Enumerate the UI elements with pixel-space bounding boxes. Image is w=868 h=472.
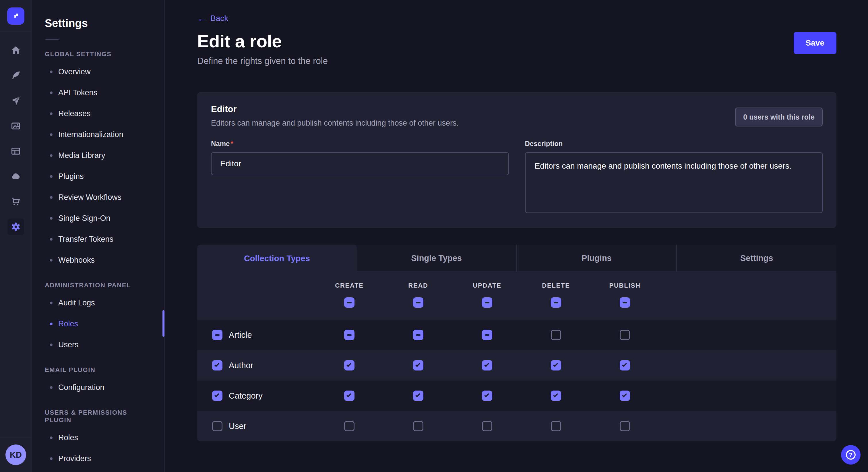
user-create-checkbox[interactable] [344,421,354,431]
workspace-logo[interactable] [7,7,24,25]
sidebar-item-roles[interactable]: Roles [45,427,156,448]
sidebar-item-providers[interactable]: Providers [45,448,156,469]
sidebar-item-audit-logs[interactable]: Audit Logs [45,293,156,313]
sidebar-item-media-library[interactable]: Media Library [45,145,156,166]
table-row-author: Author [197,350,836,380]
user-delete-checkbox[interactable] [551,421,561,431]
sidebar-item-single-sign-on[interactable]: Single Sign-On [45,208,156,229]
check-icon [415,362,420,367]
article-read-checkbox[interactable] [413,330,423,340]
select-row-category-checkbox[interactable] [212,391,222,401]
check-icon [346,393,351,398]
title-divider [45,39,59,40]
user-read-checkbox[interactable] [413,421,423,431]
app-icon-nav [7,32,24,438]
avatar[interactable]: KD [5,444,26,465]
author-delete-checkbox[interactable] [551,360,561,370]
user-update-checkbox[interactable] [482,421,492,431]
sidebar-item-plugins[interactable]: Plugins [45,166,156,187]
role-details-card: Editor Editors can manage and publish co… [197,92,836,228]
images-icon[interactable] [7,117,24,134]
tab-plugins[interactable]: Plugins [516,245,677,272]
indeterminate-dash-icon [416,334,421,336]
select-row-author-checkbox[interactable] [212,360,222,370]
sidebar-item-label: Single Sign-On [58,214,111,223]
sidebar-item-label: Webhooks [58,256,95,265]
nav-section-label: GLOBAL SETTINGS [45,50,156,58]
permission-cell [590,360,659,370]
permission-cell [522,421,590,431]
back-link[interactable]: ← Back [197,14,228,23]
tab-settings[interactable]: Settings [676,245,836,272]
column-read: READ [384,282,453,308]
bullet-icon [50,238,53,241]
article-publish-checkbox[interactable] [620,330,630,340]
select-all-read-checkbox[interactable] [413,297,423,308]
article-delete-checkbox[interactable] [551,330,561,340]
sidebar-item-label: Review Workflows [58,193,121,202]
cloud-icon[interactable] [7,168,24,185]
content-type-label: Article [229,330,252,340]
sidebar-item-internationalization[interactable]: Internationalization [45,124,156,145]
home-icon[interactable] [7,42,24,59]
help-button[interactable]: ? [841,445,861,465]
category-publish-checkbox[interactable] [620,391,630,401]
sidebar-item-configuration[interactable]: Configuration [45,377,156,398]
sidebar-item-review-workflows[interactable]: Review Workflows [45,187,156,208]
users-count-button[interactable]: 0 users with this role [735,107,823,127]
sidebar-item-overview[interactable]: Overview [45,61,156,82]
category-create-checkbox[interactable] [344,391,354,401]
select-all-create-checkbox[interactable] [344,297,354,308]
sidebar-item-api-tokens[interactable]: API Tokens [45,82,156,103]
indeterminate-dash-icon [554,302,558,303]
tab-collection-types[interactable]: Collection Types [197,245,357,272]
select-all-delete-checkbox[interactable] [551,297,561,308]
name-input[interactable] [211,152,509,175]
select-all-publish-checkbox[interactable] [620,297,630,308]
select-row-user-checkbox[interactable] [212,421,222,431]
description-input[interactable]: Editors can manage and publish contents … [525,152,823,213]
article-create-checkbox[interactable] [344,330,354,340]
sidebar-item-roles[interactable]: Roles [45,313,156,334]
cart-icon[interactable] [7,193,24,210]
question-mark-icon: ? [844,448,857,461]
send-icon[interactable] [7,92,24,109]
author-create-checkbox[interactable] [344,360,354,370]
category-update-checkbox[interactable] [482,391,492,401]
author-read-checkbox[interactable] [413,360,423,370]
check-icon [553,393,558,398]
permission-cell [384,391,453,401]
article-update-checkbox[interactable] [482,330,492,340]
user-publish-checkbox[interactable] [620,421,630,431]
permission-cell [315,330,384,340]
author-update-checkbox[interactable] [482,360,492,370]
gear-icon[interactable] [7,218,24,235]
category-delete-checkbox[interactable] [551,391,561,401]
tab-single-types[interactable]: Single Types [357,245,516,272]
column-create: CREATE [315,282,384,308]
settings-sidebar-title: Settings [45,17,156,30]
category-read-checkbox[interactable] [413,391,423,401]
layout-icon[interactable] [7,143,24,160]
bullet-icon [50,217,53,220]
sidebar-item-label: Transfer Tokens [58,235,113,244]
sidebar-item-label: Configuration [58,383,104,392]
select-all-update-checkbox[interactable] [482,297,492,308]
sidebar-item-releases[interactable]: Releases [45,103,156,124]
name-label: Name* [211,140,509,148]
sidebar-item-transfer-tokens[interactable]: Transfer Tokens [45,229,156,250]
select-row-article-checkbox[interactable] [212,330,222,340]
sidebar-item-label: Users [58,340,79,349]
content-type-label: Category [229,391,262,401]
check-icon [214,362,219,367]
author-publish-checkbox[interactable] [620,360,630,370]
sidebar-item-webhooks[interactable]: Webhooks [45,250,156,271]
bullet-icon [50,196,53,199]
save-button[interactable]: Save [794,32,836,54]
sidebar-item-label: Releases [58,109,91,118]
sidebar-item-users[interactable]: Users [45,334,156,355]
feather-icon[interactable] [7,67,24,84]
permissions-table-header: CREATEREADUPDATEDELETEPUBLISH [197,272,836,320]
column-publish: PUBLISH [590,282,659,308]
header-spacer [197,282,315,308]
